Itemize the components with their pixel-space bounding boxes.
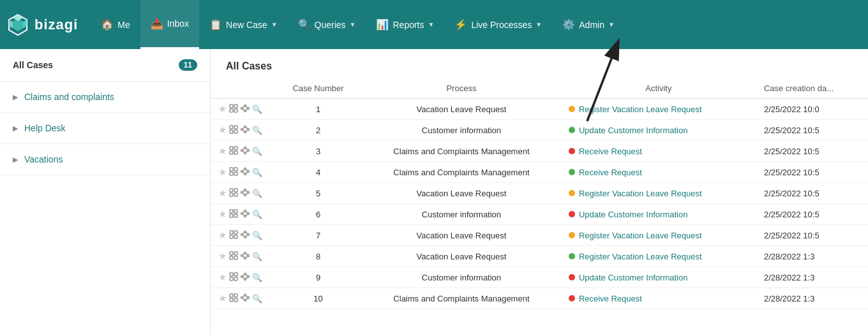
case-number-cell[interactable]: 3 — [274, 141, 362, 162]
svg-rect-67 — [230, 210, 233, 213]
process-icon[interactable] — [241, 209, 250, 220]
svg-line-125 — [246, 295, 248, 297]
case-number-cell[interactable]: 9 — [274, 267, 362, 288]
sidebar-item-claims[interactable]: ▶ Claims and complaints — [0, 82, 210, 113]
activity-name[interactable]: Register Vacation Leave Request — [579, 231, 702, 240]
assign-icon[interactable] — [229, 230, 238, 241]
nav-item-me[interactable]: 🏠 Me — [91, 0, 140, 49]
logo[interactable]: bizagi — [6, 13, 78, 36]
search-row-icon[interactable]: 🔍 — [252, 294, 262, 303]
case-number-cell[interactable]: 8 — [274, 246, 362, 267]
nav-label-queries: Queries — [315, 20, 346, 30]
activity-cell: Receive Request — [561, 288, 756, 309]
logo-text: bizagi — [34, 17, 78, 33]
nav-item-queries[interactable]: 🔍 Queries ▼ — [288, 0, 366, 49]
assign-icon[interactable] — [229, 125, 238, 136]
date-cell: 2/28/2022 1:3 — [756, 288, 868, 309]
nav-item-new-case[interactable]: 📋 New Case ▼ — [199, 0, 288, 49]
process-icon[interactable] — [241, 251, 250, 262]
sidebar-item-helpdesk[interactable]: ▶ Help Desk — [0, 113, 210, 144]
case-number-cell[interactable]: 1 — [274, 99, 362, 120]
assign-icon[interactable] — [229, 251, 238, 262]
assign-icon[interactable] — [229, 188, 238, 199]
nav-item-reports[interactable]: 📊 Reports ▼ — [366, 0, 444, 49]
nav-item-live-processes[interactable]: ⚡ Live Processes ▼ — [444, 0, 552, 49]
process-icon[interactable] — [241, 293, 250, 304]
star-icon[interactable]: ★ — [218, 229, 227, 241]
search-row-icon[interactable]: 🔍 — [252, 210, 262, 219]
process-icon[interactable] — [241, 272, 250, 283]
process-icon[interactable] — [241, 146, 250, 157]
star-icon[interactable]: ★ — [218, 293, 227, 304]
search-row-icon[interactable]: 🔍 — [252, 168, 262, 177]
activity-cell: Update Customer Information — [561, 204, 756, 225]
activity-name[interactable]: Update Customer Information — [579, 126, 688, 135]
case-number-cell[interactable]: 4 — [274, 162, 362, 183]
search-row-icon[interactable]: 🔍 — [252, 105, 262, 114]
svg-rect-44 — [234, 168, 237, 171]
star-icon[interactable]: ★ — [218, 208, 227, 220]
star-icon[interactable]: ★ — [218, 124, 227, 136]
svg-point-11 — [241, 107, 243, 109]
sidebar-vacations-label: Vacations — [24, 154, 63, 164]
svg-line-29 — [246, 127, 248, 129]
activity-name[interactable]: Receive Request — [579, 147, 642, 156]
activity-name[interactable]: Register Vacation Leave Request — [579, 105, 702, 114]
search-row-icon[interactable]: 🔍 — [252, 189, 262, 198]
col-case-number: Case Number — [274, 78, 362, 99]
svg-rect-115 — [230, 294, 233, 297]
case-number-cell[interactable]: 7 — [274, 225, 362, 246]
process-icon[interactable] — [241, 104, 250, 115]
col-date: Case creation da... — [756, 78, 868, 99]
assign-icon[interactable] — [229, 209, 238, 220]
col-process: Process — [362, 78, 561, 99]
nav-item-admin[interactable]: ⚙️ Admin ▼ — [552, 0, 625, 49]
assign-icon[interactable] — [229, 167, 238, 178]
assign-icon[interactable] — [229, 146, 238, 157]
search-row-icon[interactable]: 🔍 — [252, 126, 262, 135]
process-cell: Claims and Complaints Management — [362, 141, 561, 162]
svg-line-15 — [243, 106, 244, 108]
search-row-icon[interactable]: 🔍 — [252, 273, 262, 282]
case-number-cell[interactable]: 10 — [274, 288, 362, 309]
process-icon[interactable] — [241, 125, 250, 136]
nav-label-new-case: New Case — [226, 20, 267, 30]
status-dot — [569, 190, 575, 196]
assign-icon[interactable] — [229, 104, 238, 115]
star-icon[interactable]: ★ — [218, 272, 227, 283]
search-row-icon[interactable]: 🔍 — [252, 231, 262, 240]
nav-item-inbox[interactable]: 📥 Inbox — [140, 0, 199, 49]
svg-rect-57 — [230, 193, 233, 196]
activity-name[interactable]: Receive Request — [579, 294, 642, 303]
svg-rect-82 — [234, 235, 237, 238]
activity-name[interactable]: Register Vacation Leave Request — [579, 252, 702, 261]
search-row-icon[interactable]: 🔍 — [252, 252, 262, 261]
case-number-cell[interactable]: 6 — [274, 204, 362, 225]
date-cell: 2/25/2022 10:5 — [756, 120, 868, 141]
assign-icon[interactable] — [229, 272, 238, 283]
case-number-cell[interactable]: 2 — [274, 120, 362, 141]
activity-name[interactable]: Update Customer Information — [579, 210, 688, 219]
case-number-cell[interactable]: 5 — [274, 183, 362, 204]
process-icon[interactable] — [241, 188, 250, 199]
star-icon[interactable]: ★ — [218, 103, 227, 115]
star-icon[interactable]: ★ — [218, 250, 227, 262]
star-icon[interactable]: ★ — [218, 145, 227, 157]
activity-name[interactable]: Register Vacation Leave Request — [579, 189, 702, 198]
nav-label-reports: Reports — [393, 20, 424, 30]
activity-name[interactable]: Receive Request — [579, 168, 642, 177]
search-row-icon[interactable]: 🔍 — [252, 147, 262, 156]
process-icon[interactable] — [241, 230, 250, 241]
sidebar-item-vacations[interactable]: ▶ Vacations — [0, 144, 210, 175]
activity-name[interactable]: Update Customer Information — [579, 273, 688, 282]
process-icon[interactable] — [241, 167, 250, 178]
process-cell: Vacation Leave Request — [362, 225, 561, 246]
svg-rect-21 — [230, 130, 233, 133]
star-icon[interactable]: ★ — [218, 166, 227, 178]
svg-line-39 — [243, 149, 244, 150]
star-icon[interactable]: ★ — [218, 187, 227, 199]
activity-cell: Register Vacation Leave Request — [561, 99, 756, 120]
svg-line-17 — [246, 106, 248, 108]
assign-icon[interactable] — [229, 293, 238, 304]
date-cell: 2/25/2022 10:5 — [756, 204, 868, 225]
